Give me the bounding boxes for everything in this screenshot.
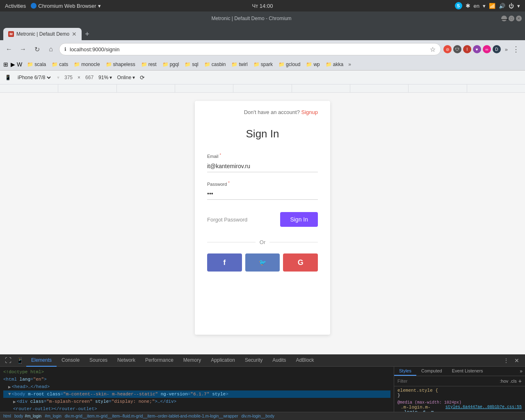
tab-elements[interactable]: Elements	[26, 354, 57, 367]
bookmark-cats[interactable]: 📁 cats	[49, 61, 71, 68]
ext-icon-1[interactable]: ⊘	[443, 45, 452, 53]
extensions-more[interactable]: »	[505, 46, 508, 52]
address-bar[interactable]: ℹ localhost:9000/signin ☆	[59, 43, 441, 55]
bc-div-wrapper[interactable]: div.m-grid__item.m-grid__item--fluid.m-g…	[65, 414, 238, 418]
styles-filter-input[interactable]	[397, 379, 498, 383]
viewport-segment-3	[117, 84, 175, 92]
bc-html[interactable]: html	[3, 414, 11, 418]
reload-button[interactable]: ↻	[31, 43, 43, 55]
tab-security[interactable]: Security	[240, 354, 267, 367]
facebook-icon: f	[223, 258, 226, 267]
ext-icon-2[interactable]: 🛡	[453, 45, 461, 53]
viewport-segment-5	[233, 84, 292, 92]
bc-div-body[interactable]: div.m-login__body	[242, 414, 274, 418]
styles-more-button[interactable]: »	[517, 367, 525, 376]
form-actions: Forgot Password Sign In	[195, 208, 330, 235]
signup-link[interactable]: Signup	[301, 109, 318, 115]
tab-adblock[interactable]: AdBlock	[291, 354, 319, 367]
styles-tab-event-listeners[interactable]: Event Listeners	[447, 367, 488, 376]
devtools-more-button[interactable]: ⋮	[501, 356, 511, 365]
ext-icon-6[interactable]: D	[493, 45, 501, 53]
power-icon[interactable]: ⏻	[509, 3, 514, 9]
main-content-area: Don't have an account? Signup Sign In Em…	[0, 93, 525, 354]
tab-memory[interactable]: Memory	[178, 354, 206, 367]
active-tab[interactable]: M Metronic | Default Demo ✕	[3, 28, 82, 40]
styles-tab-computed[interactable]: Computed	[416, 367, 447, 376]
login-form: Email * Password *	[195, 153, 330, 208]
bc-body[interactable]: body	[14, 414, 23, 418]
viewport-tabs-strip	[0, 84, 525, 93]
device-toolbar: 📱 iPhone 6/7/8 ▾ 375 × 667 91% ▾ Online …	[0, 71, 525, 84]
tab-sources[interactable]: Sources	[84, 354, 112, 367]
styles-source-link[interactable]: styles.6a4447ae..08b1b7e.css:55	[445, 405, 522, 409]
bookmark-scala[interactable]: 📁 scala	[25, 61, 48, 68]
tab-console[interactable]: Console	[57, 354, 84, 367]
device-zoom[interactable]: 91% ▾	[98, 75, 112, 80]
bookmark-casbin[interactable]: 📁 casbin	[202, 61, 228, 68]
device-selector[interactable]: iPhone 6/7/8	[16, 74, 52, 81]
bookmark-spark[interactable]: 📁 spark	[251, 61, 275, 68]
tab-audits[interactable]: Audits	[267, 354, 291, 367]
bookmark-gcloud[interactable]: 📁 gcloud	[276, 61, 303, 68]
bookmark-monocle[interactable]: 📁 monocle	[71, 61, 102, 68]
ext-icon-4[interactable]: ♥	[473, 45, 481, 53]
devtools-mobile-button[interactable]: 📱	[15, 356, 25, 365]
close-button[interactable]: ✕	[516, 16, 522, 21]
device-network[interactable]: Online ▾	[117, 75, 135, 80]
devtools-toolbar: ⛶ 📱 Elements Console Sources Network Per…	[0, 354, 525, 367]
bookmark-star-icon[interactable]: ☆	[430, 46, 436, 53]
styles-hov-button[interactable]: :hov	[500, 379, 509, 383]
new-tab-button[interactable]: +	[82, 28, 93, 40]
bookmark-sql[interactable]: 📁 sql	[182, 61, 201, 68]
forgot-password-link[interactable]: Forgot Password	[207, 217, 247, 223]
tab-performance[interactable]: Performance	[140, 354, 178, 367]
styles-content: element.style { } @media (max-width: 102…	[394, 386, 525, 412]
bc-m-login-id[interactable]: #m_login	[25, 414, 42, 418]
email-input[interactable]	[207, 160, 318, 172]
viewport-segment-6	[292, 84, 350, 92]
lang-label[interactable]: en	[474, 3, 479, 9]
signin-button[interactable]: Sign In	[280, 212, 318, 227]
home-button[interactable]: ⌂	[45, 43, 57, 55]
password-label: Password *	[207, 180, 318, 187]
bookmark-pgql[interactable]: 📁 pgql	[160, 61, 182, 68]
facebook-login-button[interactable]: f	[207, 253, 242, 272]
bookmarks-overflow[interactable]: »	[348, 62, 351, 67]
bookmark-rest[interactable]: 📁 rest	[139, 61, 159, 68]
tab-network[interactable]: Network	[112, 354, 140, 367]
google-login-button[interactable]: G	[283, 253, 318, 272]
styles-cls-button[interactable]: .cls	[510, 379, 517, 383]
tab-application[interactable]: Application	[206, 354, 240, 367]
html-line-4[interactable]: ▼ <body m-root class="m-content--skin- m…	[3, 390, 390, 398]
viewport-segment-2	[58, 84, 116, 92]
ext-icon-3[interactable]: I	[463, 45, 471, 53]
bookmark-shapeless[interactable]: 📁 shapeless	[103, 61, 138, 68]
bc-m-login[interactable]: #m_login	[45, 414, 62, 418]
viewport-segment-7	[350, 84, 409, 92]
tab-favicon: M	[8, 31, 14, 37]
back-button[interactable]: ←	[3, 43, 15, 55]
activities-label[interactable]: Activities	[5, 3, 26, 9]
bookmark-twirl[interactable]: 📁 twirl	[229, 61, 250, 68]
address-bar-row: ← → ↻ ⌂ ℹ localhost:9000/signin ☆ ⊘ 🛡 I …	[0, 40, 525, 58]
tab-close-button[interactable]: ✕	[72, 31, 77, 37]
login-card: Don't have an account? Signup Sign In Em…	[195, 101, 330, 335]
minimize-button[interactable]: —	[501, 16, 507, 21]
styles-tab-styles[interactable]: Styles	[394, 367, 416, 376]
forward-button[interactable]: →	[17, 43, 29, 55]
device-icon: 📱	[5, 75, 11, 80]
styles-add-rule-button[interactable]: +	[518, 378, 522, 384]
chrome-window: Metronic | Default Demo - Chromium — □ ✕…	[0, 11, 525, 420]
device-rotate-icon[interactable]: ⟳	[140, 74, 145, 81]
twitter-login-button[interactable]: 🐦	[245, 253, 280, 272]
devtools-close-button[interactable]: ✕	[512, 356, 522, 365]
maximize-button[interactable]: □	[509, 16, 514, 21]
bookmark-icon-yt: ▶	[11, 61, 15, 68]
password-input[interactable]	[207, 188, 318, 200]
ext-icon-5[interactable]: ∞	[483, 45, 491, 53]
bookmarks-bar: ⊞ ▶ W 📁 scala 📁 cats 📁 monocle 📁 shapele…	[0, 58, 525, 71]
bookmark-wp[interactable]: 📁 wp	[304, 61, 322, 68]
chrome-menu-button[interactable]: ⋮	[510, 43, 522, 55]
bookmark-akka[interactable]: 📁 akka	[323, 61, 346, 68]
devtools-inspect-button[interactable]: ⛶	[3, 356, 13, 365]
